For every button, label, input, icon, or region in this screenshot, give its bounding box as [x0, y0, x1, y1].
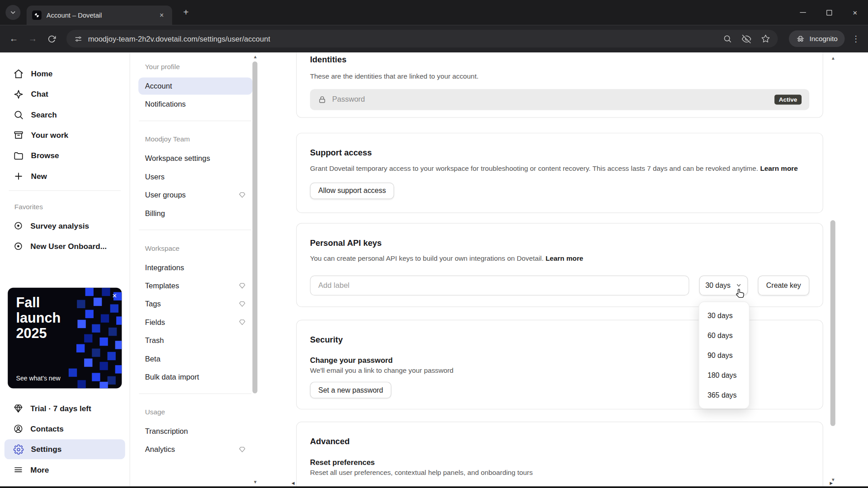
sidebar-item-label: Chat	[31, 89, 48, 99]
sidebar-item-home[interactable]: Home	[5, 64, 125, 84]
lock-icon	[318, 95, 327, 104]
address-bar[interactable]: moodjoy-team-2h2v.dovetail.com/settings/…	[66, 30, 778, 47]
scroll-left-icon[interactable]: ◄	[291, 480, 296, 486]
sidebar-footer: Trial · 7 days left Contacts Settings Mo…	[0, 398, 130, 480]
settings-nav-item-fields[interactable]: Fields	[138, 314, 252, 331]
expiry-option-60-days[interactable]: 60 days	[703, 325, 746, 345]
back-button[interactable]: ←	[5, 29, 24, 48]
sidebar-item-label: Home	[31, 69, 53, 78]
nav-item-label: Beta	[145, 355, 160, 363]
settings-nav-item-transcription[interactable]: Transcription	[138, 423, 252, 440]
settings-nav-item-trash[interactable]: Trash	[138, 332, 252, 349]
scroll-up-icon[interactable]: ▲	[829, 56, 837, 61]
settings-nav-scrollbar: ▲ ▼	[251, 52, 259, 488]
tab-search-button[interactable]	[5, 5, 20, 20]
learn-more-link[interactable]: Learn more	[546, 254, 583, 262]
upgrade-gem-icon	[239, 282, 246, 289]
gem-icon	[13, 404, 23, 413]
allow-support-access-button[interactable]: Allow support access	[310, 183, 394, 199]
create-key-button[interactable]: Create key	[758, 276, 809, 296]
advanced-card: Advanced Reset preferences Reset all use…	[296, 422, 823, 488]
set-new-password-button[interactable]: Set a new password	[310, 382, 392, 399]
sidebar-item-label: Search	[31, 110, 57, 119]
promo-cta-link[interactable]: See what's new	[16, 375, 61, 382]
site-info-icon[interactable]	[74, 35, 82, 43]
api-keys-title: Personal API keys	[310, 238, 809, 248]
settings-nav-item-analytics[interactable]: Analytics	[138, 441, 252, 458]
settings-nav-item-beta[interactable]: Beta	[138, 350, 252, 367]
page-scrollbar: ▲ ▼	[829, 52, 837, 488]
expiry-option-365-days[interactable]: 365 days	[703, 385, 746, 405]
sidebar-item-contacts[interactable]: Contacts	[5, 419, 125, 439]
sidebar-item-trial[interactable]: Trial · 7 days left	[5, 399, 125, 418]
nav-item-label: User groups	[145, 191, 186, 199]
sidebar-divider	[9, 190, 121, 191]
scroll-up-icon[interactable]: ▲	[251, 54, 259, 59]
bookmark-star-icon[interactable]	[761, 34, 770, 43]
settings-nav-item-user-groups[interactable]: User groups	[138, 187, 252, 204]
window-maximize-button[interactable]	[816, 0, 842, 25]
forward-button[interactable]: →	[23, 29, 42, 48]
nav-item-label: Tags	[145, 300, 161, 308]
sidebar-item-your-work[interactable]: Your work	[5, 125, 125, 145]
nav-item-label: Workspace settings	[145, 155, 210, 163]
password-identity-row[interactable]: Password Active	[310, 89, 809, 110]
reset-preferences-title: Reset preferences	[310, 458, 809, 466]
url-text[interactable]: moodjoy-team-2h2v.dovetail.com/settings/…	[88, 35, 270, 43]
settings-nav-item-bulk-data-import[interactable]: Bulk data import	[138, 369, 252, 386]
maximize-icon	[826, 9, 832, 15]
new-tab-button[interactable]: +	[179, 5, 193, 20]
sidebar-item-more[interactable]: More	[5, 460, 125, 480]
expiry-option-30-days[interactable]: 30 days	[703, 305, 746, 325]
window-minimize-button[interactable]	[790, 0, 816, 25]
settings-nav-item-notifications[interactable]: Notifications	[138, 96, 252, 113]
nav-item-label: Integrations	[145, 263, 184, 272]
settings-nav-item-integrations[interactable]: Integrations	[138, 259, 252, 276]
settings-nav-item-workspace-settings[interactable]: Workspace settings	[138, 150, 252, 167]
scroll-down-icon[interactable]: ▼	[251, 480, 259, 485]
settings-nav-item-account[interactable]: Account	[138, 77, 252, 94]
window-close-button[interactable]: ×	[842, 0, 868, 25]
settings-main-panel: Identities These are the identities that…	[260, 52, 868, 488]
settings-nav-item-users[interactable]: Users	[138, 168, 252, 185]
support-access-description-text: Grant Dovetail temporary access to your …	[310, 165, 758, 173]
eye-off-icon[interactable]	[742, 34, 751, 43]
api-key-label-input[interactable]	[310, 276, 689, 296]
favorites-heading: Favorites	[0, 195, 130, 215]
sidebar-item-search[interactable]: Search	[5, 104, 125, 124]
sidebar-item-settings[interactable]: Settings	[5, 439, 125, 459]
expiry-option-90-days[interactable]: 90 days	[703, 345, 746, 365]
promo-card-fall-launch[interactable]: Fall launch 2025 See what's new ×	[8, 288, 122, 389]
app-content: Home Chat Search Your work Browse New	[0, 52, 868, 488]
scrollbar-thumb[interactable]	[252, 61, 257, 394]
target-icon	[13, 221, 23, 231]
settings-nav-item-templates[interactable]: Templates	[138, 277, 252, 294]
reload-button[interactable]	[42, 29, 61, 48]
promo-close-icon[interactable]: ×	[112, 291, 117, 300]
identities-description: These are the identities that are linked…	[310, 72, 809, 81]
promo-title: Fall launch 2025	[16, 294, 88, 341]
browser-tab[interactable]: Account – Dovetail ×	[27, 5, 172, 25]
target-icon	[13, 241, 23, 251]
chevron-down-icon	[10, 9, 16, 15]
tab-close-icon[interactable]: ×	[157, 10, 167, 20]
browser-menu-button[interactable]: ⋮	[848, 34, 863, 44]
password-label: Password	[332, 95, 365, 103]
sidebar-item-chat[interactable]: Chat	[5, 84, 125, 104]
sidebar-item-label: Browse	[31, 151, 59, 160]
sidebar-item-new[interactable]: New	[5, 166, 125, 186]
favorite-item-new-user-onboarding[interactable]: New User Onboard...	[5, 236, 125, 256]
settings-nav-divider	[139, 394, 251, 394]
zoom-icon[interactable]	[723, 34, 732, 43]
nav-item-label: Transcription	[145, 427, 188, 435]
settings-nav-item-billing[interactable]: Billing	[138, 205, 252, 222]
expiry-option-180-days[interactable]: 180 days	[703, 365, 746, 385]
sidebar-item-browse[interactable]: Browse	[5, 145, 125, 165]
settings-nav-item-tags[interactable]: Tags	[138, 296, 252, 313]
settings-section-heading: Usage	[130, 402, 260, 422]
learn-more-link[interactable]: Learn more	[760, 165, 797, 173]
folder-icon	[13, 150, 24, 160]
scrollbar-thumb[interactable]	[830, 220, 835, 426]
favorite-item-survey-analysis[interactable]: Survey analysis	[5, 216, 125, 236]
scroll-right-icon[interactable]: ►	[829, 480, 834, 486]
